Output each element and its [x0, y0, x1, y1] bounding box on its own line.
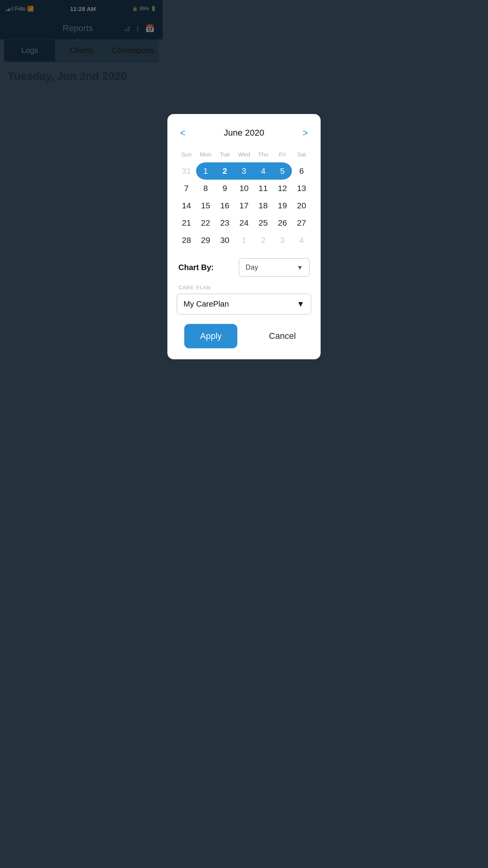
- modal-overlay[interactable]: [0, 0, 163, 289]
